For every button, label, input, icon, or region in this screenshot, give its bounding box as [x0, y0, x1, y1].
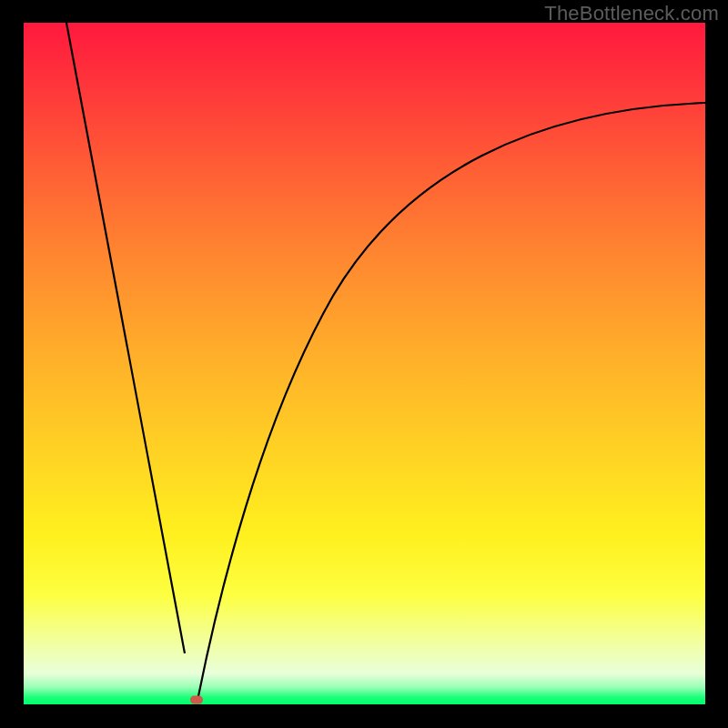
plot-area [24, 23, 705, 704]
curve-left-branch [66, 23, 185, 653]
chart-frame: TheBottleneck.com [0, 0, 728, 728]
optimal-point-marker [190, 695, 203, 703]
watermark-text: TheBottleneck.com [544, 2, 719, 25]
bottleneck-curve [24, 23, 705, 704]
curve-right-branch [197, 103, 705, 701]
